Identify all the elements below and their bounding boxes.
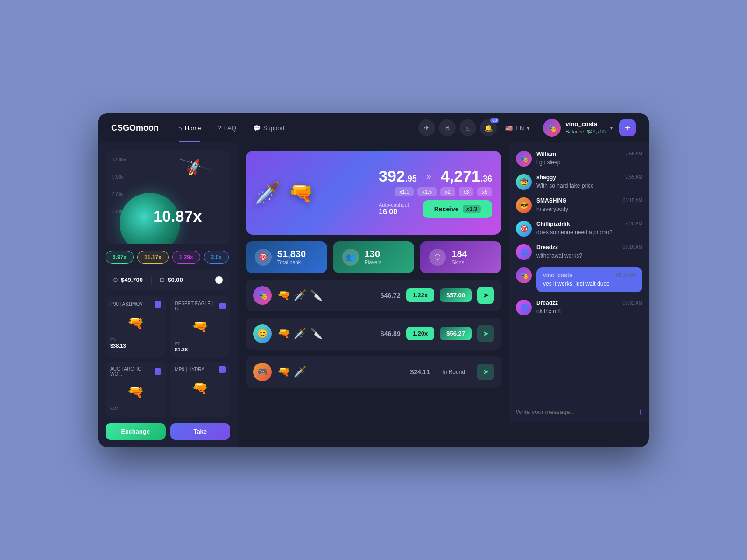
mult-btn-1[interactable]: x1.1 <box>395 187 414 196</box>
wallet-secondary: ⊞ $0.00 <box>160 276 183 283</box>
weapon-3a: 🔫 <box>277 366 290 378</box>
hero-weapons: 🗡️ 🔫 <box>255 181 314 205</box>
wallet-status-dot <box>215 276 223 284</box>
chat-icon: 💬 <box>253 125 261 132</box>
chat-msg-1: 🎭 William 7:55 AM i go sleep <box>516 151 642 167</box>
user-balance: Balance: $49,700 <box>565 128 606 135</box>
inventory-item-3[interactable]: AUG | ARCTIC WO... 🔫 MW <box>106 362 166 417</box>
language-selector[interactable]: 🇺🇸 EN ▾ <box>500 125 535 132</box>
game-row-2: 😊 🔫 🗡️ 🔪 $46.89 1.20x $56.27 ➤ <box>246 318 501 350</box>
inventory-item-1[interactable]: P90 | AS1IMOV 🔫 FN $38.13 <box>106 296 166 357</box>
inventory-item-2[interactable]: DESERT EAGLE | B... 🔫 FT $1.38 <box>170 296 231 357</box>
vk-btn[interactable]: В <box>439 119 456 136</box>
hero-weapon-2: 🔫 <box>288 181 314 205</box>
mult-btn-4[interactable]: x3 <box>459 187 474 196</box>
hero-card: 🗡️ 🔫 392.95 » 4,271.36 x <box>246 151 501 235</box>
graph-y-axis: 12.00x 9.00x 6.00x 3.00x <box>112 157 126 214</box>
wallet-balance: ⊙ $49,700 <box>113 276 143 283</box>
app-container: CSGOmoon ⌂ Home ? FAQ 💬 Support ✈ В ⎁ 🔔 … <box>98 113 649 447</box>
chat-msg-6-self: 🎭 vino_costa 08:31 AM yes it works, just… <box>516 267 642 293</box>
home-icon: ⌂ <box>178 125 182 132</box>
game-arrow-2[interactable]: ➤ <box>477 325 494 342</box>
chat-avatar-4: 🎯 <box>516 221 532 237</box>
item-image-4: 🔫 <box>175 377 226 400</box>
chat-input[interactable] <box>516 408 634 415</box>
game-result-2: $56.27 <box>440 327 472 340</box>
chat-msg-3: 😎 SMASHING 08:15 AM hi everybody <box>516 197 642 213</box>
game-arrow-1[interactable]: ➤ <box>477 287 494 304</box>
notifications-btn[interactable]: 🔔 68 <box>480 119 497 136</box>
profile-chevron[interactable]: ▾ <box>610 126 613 131</box>
chat-avatar-2: 🤠 <box>516 174 532 190</box>
left-panel: 12.00x 9.00x 6.00x 3.00x 🚀 10.87x 6.97x … <box>98 143 238 447</box>
weapon-1c: 🔪 <box>310 289 323 301</box>
autocashout-area: Auto-cashout 16.00 <box>379 202 409 216</box>
flag-icon: 🇺🇸 <box>505 125 513 132</box>
question-icon: ? <box>218 125 221 132</box>
notifications-badge: 68 <box>490 118 499 123</box>
item-badge-4 <box>219 366 226 373</box>
mult-btn-3[interactable]: x2 <box>440 187 455 196</box>
game-row-1: 🎭 🔫 🗡️ 🔪 $46.72 1.22x $57.00 ➤ <box>246 280 501 311</box>
hero-value1: 392.95 <box>379 167 417 185</box>
nav-faq[interactable]: ? FAQ <box>211 121 243 135</box>
cashout-row: Auto-cashout 16.00 Receive x1.3 <box>379 200 492 218</box>
item-image-3: 🔫 <box>110 380 161 404</box>
game-arrow-3[interactable]: ➤ <box>477 364 494 380</box>
stack-icon: ⊞ <box>160 276 165 283</box>
inventory-item-4[interactable]: MP9 | HYDRA 🔫 <box>170 362 231 417</box>
take-button[interactable]: Take <box>170 423 231 440</box>
discord-btn[interactable]: ⎁ <box>459 119 476 136</box>
hero-values-row: 392.95 » 4,271.36 <box>379 167 492 185</box>
hero-arrow-icon: » <box>426 171 431 182</box>
stats-row: 🎯 $1,830 Total bank 👥 130 Players ⬡ <box>246 241 501 273</box>
game-avatar-3: 🎮 <box>253 363 272 381</box>
mult-btn-2[interactable]: x1.5 <box>417 187 437 196</box>
stat-players: 👥 130 Players <box>333 241 415 273</box>
game-avatar-1: 🎭 <box>253 286 272 305</box>
chat-avatar-3: 😎 <box>516 197 532 213</box>
players-icon: 👥 <box>342 249 359 266</box>
mult-btn-5[interactable]: x5 <box>477 187 492 196</box>
chat-avatar-1: 🎭 <box>516 151 532 167</box>
weapon-2a: 🔫 <box>277 328 290 340</box>
nav-home[interactable]: ⌂ Home <box>172 121 208 135</box>
game-mult-btn-2[interactable]: 1.20x <box>406 327 435 340</box>
chat-input-area: ↑ <box>509 400 649 423</box>
pill-1[interactable]: 6.97x <box>106 251 134 264</box>
weapon-1b: 🗡️ <box>294 289 306 301</box>
chat-msg-4: 🎯 Chillipizdrlik 8:20 AM does someone ne… <box>516 221 642 237</box>
add-funds-button[interactable]: + <box>619 119 636 136</box>
pill-2[interactable]: 11.17x <box>137 251 169 264</box>
receive-button[interactable]: Receive x1.3 <box>423 200 492 218</box>
item-badge-1 <box>155 301 161 308</box>
weapon-2c: 🔪 <box>310 328 323 340</box>
game-row-3: 🎮 🔫 🗡️ $24.11 In Round ➤ <box>246 356 501 388</box>
game-weapons-2: 🔫 🗡️ 🔪 <box>277 328 375 340</box>
game-mult-btn-1[interactable]: 1.22x <box>406 288 435 302</box>
chat-avatar-7: 🌀 <box>516 300 532 315</box>
game-avatar-2: 😊 <box>253 324 272 343</box>
item-badge-2 <box>219 303 226 309</box>
weapon-3b: 🗡️ <box>294 366 306 378</box>
action-buttons: Exchange Take <box>106 423 230 440</box>
wallet-bar: ⊙ $49,700 | ⊞ $0.00 <box>106 270 230 290</box>
telegram-btn[interactable]: ✈ <box>418 119 435 136</box>
chat-messages: 🎭 William 7:55 AM i go sleep 🤠 shaggy <box>509 143 649 400</box>
chat-avatar-5: 🌀 <box>516 244 532 260</box>
hero-multipliers: x1.1 x1.5 x2 x3 x5 <box>379 187 492 196</box>
nav-support[interactable]: 💬 Support <box>247 121 291 135</box>
multiplier-graph: 12.00x 9.00x 6.00x 3.00x 🚀 10.87x <box>106 151 230 244</box>
pill-4[interactable]: 2.0x <box>204 251 229 264</box>
weapon-2b: 🗡️ <box>294 328 306 340</box>
game-weapons-3: 🔫 🗡️ <box>277 366 404 378</box>
chat-send-button[interactable]: ↑ <box>638 407 642 417</box>
chat-avatar-6: 🎭 <box>516 267 532 283</box>
main-content: 12.00x 9.00x 6.00x 3.00x 🚀 10.87x 6.97x … <box>98 143 649 447</box>
exchange-button[interactable]: Exchange <box>106 423 166 440</box>
chat-panel: 🎭 William 7:55 AM i go sleep 🤠 shaggy <box>509 143 649 423</box>
pill-3[interactable]: 1.29x <box>172 251 200 264</box>
inventory-grid: P90 | AS1IMOV 🔫 FN $38.13 DESERT EAGLE |… <box>106 296 230 417</box>
stat-bank: 🎯 $1,830 Total bank <box>246 241 327 273</box>
hero-weapon-1: 🗡️ <box>255 181 281 205</box>
